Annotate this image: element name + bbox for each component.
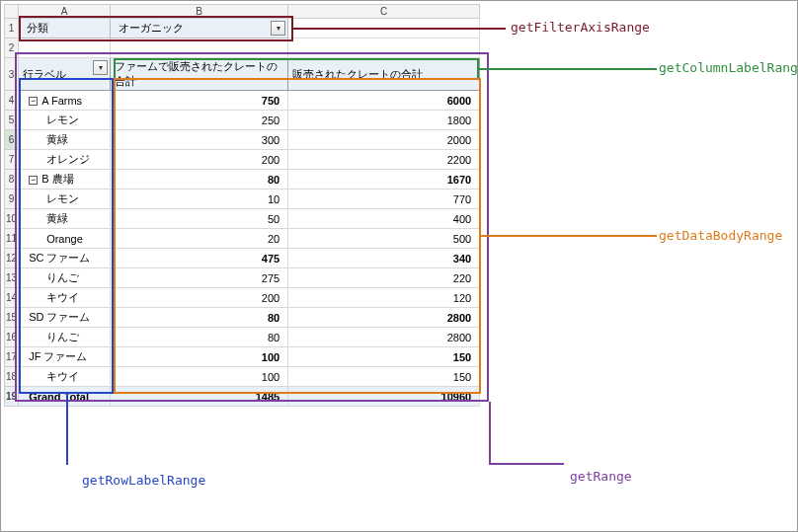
col-header-b[interactable]: B xyxy=(111,5,288,19)
column-header-row: A B C xyxy=(5,5,480,19)
column-header-b-cell[interactable]: ファームで販売されたクレートの合計 xyxy=(111,58,288,91)
data-cell-c[interactable]: 150 xyxy=(288,347,480,367)
data-body-label: getDataBodyRange xyxy=(659,228,782,243)
filter-value-cell[interactable]: オーガニック ▾ xyxy=(111,19,288,38)
row-label-text: SD ファーム xyxy=(29,311,90,323)
data-cell-c[interactable]: 2800 xyxy=(288,308,480,328)
row-label-cell[interactable]: りんご xyxy=(19,268,111,288)
data-cell-c[interactable]: 1800 xyxy=(288,111,480,130)
row-header-10[interactable]: 10 xyxy=(5,209,19,229)
data-cell-b[interactable]: 275 xyxy=(111,268,288,288)
cell-b2[interactable] xyxy=(111,38,288,58)
row-label-cell[interactable]: りんご xyxy=(19,328,111,347)
data-cell-b[interactable]: 200 xyxy=(111,150,288,170)
filter-dropdown-icon[interactable]: ▾ xyxy=(271,21,285,36)
collapse-icon[interactable]: − xyxy=(29,176,38,185)
table-row: 4−A Farms7506000 xyxy=(5,91,480,111)
data-cell-b[interactable]: 100 xyxy=(111,367,288,387)
data-cell-b[interactable]: 80 xyxy=(111,170,288,190)
table-row: 10黄緑50400 xyxy=(5,209,480,229)
row-header-15[interactable]: 15 xyxy=(5,308,19,328)
cell-a2[interactable] xyxy=(19,38,111,58)
grand-total-b[interactable]: 1485 xyxy=(111,387,288,407)
row-header-11[interactable]: 11 xyxy=(5,229,19,249)
grand-total-label[interactable]: Grand Total xyxy=(19,387,111,407)
row-label-cell[interactable]: Orange xyxy=(19,229,111,249)
column-label-label: getColumnLabelRange xyxy=(659,60,798,75)
row-labels-header-cell[interactable]: 行ラベル ▾ xyxy=(19,58,111,91)
data-cell-c[interactable]: 770 xyxy=(288,190,480,209)
row-label-cell[interactable]: 黄緑 xyxy=(19,130,111,150)
row-header-19[interactable]: 19 xyxy=(5,387,19,407)
data-cell-c[interactable]: 1670 xyxy=(288,170,480,190)
row-label-cell[interactable]: SC ファーム xyxy=(19,249,111,268)
row-header-13[interactable]: 13 xyxy=(5,268,19,288)
data-cell-b[interactable]: 20 xyxy=(111,229,288,249)
data-cell-b[interactable]: 50 xyxy=(111,209,288,229)
table-row: 5レモン2501800 xyxy=(5,111,480,130)
row-label-cell[interactable]: −A Farms xyxy=(19,91,111,111)
filter-field-label: 分類 xyxy=(23,22,48,34)
row-label-cell[interactable]: レモン xyxy=(19,190,111,209)
data-cell-b[interactable]: 750 xyxy=(111,91,288,111)
row-header-5[interactable]: 5 xyxy=(5,111,19,130)
row-label-cell[interactable]: キウイ xyxy=(19,367,111,387)
row-header-4[interactable]: 4 xyxy=(5,91,19,111)
row-label-cell[interactable]: キウイ xyxy=(19,288,111,308)
row-header-16[interactable]: 16 xyxy=(5,328,19,347)
row-header-12[interactable]: 12 xyxy=(5,249,19,268)
row-label-cell[interactable]: レモン xyxy=(19,111,111,130)
filter-field-cell[interactable]: 分類 xyxy=(19,19,111,38)
table-row: 13りんご275220 xyxy=(5,268,480,288)
row-header-9[interactable]: 9 xyxy=(5,190,19,209)
data-cell-b[interactable]: 300 xyxy=(111,130,288,150)
filter-value-label: オーガニック xyxy=(115,22,184,34)
cell-c2[interactable] xyxy=(288,38,480,58)
row-label-cell[interactable]: SD ファーム xyxy=(19,308,111,328)
row-header-14[interactable]: 14 xyxy=(5,288,19,308)
collapse-icon[interactable]: − xyxy=(29,97,38,106)
data-cell-c[interactable]: 400 xyxy=(288,209,480,229)
data-cell-c[interactable]: 150 xyxy=(288,367,480,387)
column-header-c-text: 販売されたクレートの合計 xyxy=(292,68,423,80)
row-header-6[interactable]: 6 xyxy=(5,130,19,150)
range-line-v xyxy=(489,402,491,463)
data-cell-c[interactable]: 220 xyxy=(288,268,480,288)
row-label-text: レモン xyxy=(46,192,79,204)
row-header-18[interactable]: 18 xyxy=(5,367,19,387)
data-cell-c[interactable]: 340 xyxy=(288,249,480,268)
data-cell-b[interactable]: 80 xyxy=(111,328,288,347)
data-cell-c[interactable]: 2200 xyxy=(288,150,480,170)
column-header-c-cell[interactable]: 販売されたクレートの合計 xyxy=(288,58,480,91)
data-cell-b[interactable]: 200 xyxy=(111,288,288,308)
data-cell-b[interactable]: 80 xyxy=(111,308,288,328)
row-header-1[interactable]: 1 xyxy=(5,19,19,38)
row-header-3[interactable]: 3 xyxy=(5,58,19,91)
data-cell-b[interactable]: 100 xyxy=(111,347,288,367)
row-label-cell[interactable]: オレンジ xyxy=(19,150,111,170)
column-header-b-text: ファームで販売されたクレートの合計 xyxy=(115,60,278,87)
row-header-8[interactable]: 8 xyxy=(5,170,19,190)
row-label-text: オレンジ xyxy=(46,153,90,165)
col-header-a[interactable]: A xyxy=(19,5,111,19)
data-cell-c[interactable]: 2800 xyxy=(288,328,480,347)
data-cell-c[interactable]: 500 xyxy=(288,229,480,249)
row-header-2[interactable]: 2 xyxy=(5,38,19,58)
data-cell-c[interactable]: 120 xyxy=(288,288,480,308)
row-header-17[interactable]: 17 xyxy=(5,347,19,367)
data-cell-c[interactable]: 2000 xyxy=(288,130,480,150)
row-label-cell[interactable]: 黄緑 xyxy=(19,209,111,229)
col-header-c[interactable]: C xyxy=(288,5,480,19)
row-label-cell[interactable]: −B 農場 xyxy=(19,170,111,190)
table-row: 15SD ファーム802800 xyxy=(5,308,480,328)
row-label-text: キウイ xyxy=(46,370,79,382)
data-cell-b[interactable]: 250 xyxy=(111,111,288,130)
data-cell-c[interactable]: 6000 xyxy=(288,91,480,111)
filter-axis-line xyxy=(293,28,506,30)
grand-total-c[interactable]: 10960 xyxy=(288,387,480,407)
data-cell-b[interactable]: 475 xyxy=(111,249,288,268)
row-label-cell[interactable]: JF ファーム xyxy=(19,347,111,367)
row-header-7[interactable]: 7 xyxy=(5,150,19,170)
row-labels-dropdown-icon[interactable]: ▾ xyxy=(93,60,108,75)
data-cell-b[interactable]: 10 xyxy=(111,190,288,209)
